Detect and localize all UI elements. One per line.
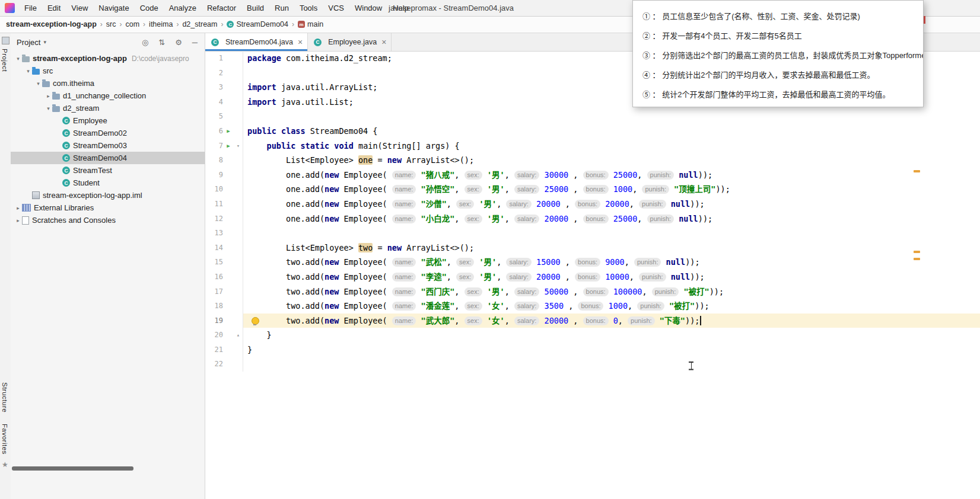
line-number: 22	[205, 357, 223, 372]
chevron-down-icon[interactable]: ▾	[14, 56, 22, 62]
code-line-22: 22	[205, 357, 980, 372]
class-icon: C	[314, 39, 322, 46]
code-text[interactable]	[243, 357, 980, 372]
chevron-right-icon[interactable]: ▸	[44, 93, 52, 99]
code-text[interactable]: }	[243, 343, 980, 357]
menu-refactor[interactable]: Refactor	[202, 0, 241, 16]
menu-code[interactable]: Code	[135, 0, 164, 16]
breadcrumb-separator: ›	[292, 20, 294, 28]
breadcrumb-item-d2-stream[interactable]: d2_stream	[182, 20, 217, 28]
breadcrumb-item-com[interactable]: com	[125, 20, 139, 28]
tool-window-icon[interactable]	[2, 37, 9, 44]
settings-gear-icon[interactable]: ⚙	[175, 38, 182, 47]
project-panel-title[interactable]: Project	[17, 38, 40, 47]
breadcrumb-item-stream-exception-log-app[interactable]: stream-exception-log-app	[6, 20, 97, 28]
fold-marker-icon[interactable]: ▴	[234, 328, 243, 343]
favorites-star-icon[interactable]: ★	[2, 460, 8, 469]
tab-streamdemo04-java[interactable]: CStreamDemo04.java×	[205, 33, 308, 51]
menu-vcs[interactable]: VCS	[323, 0, 349, 16]
menu-window[interactable]: Window	[349, 0, 387, 16]
breadcrumb-item-itheima[interactable]: itheima	[149, 20, 173, 28]
tree-item-employee[interactable]: CEmployee	[11, 114, 205, 127]
gutter-run-space	[223, 66, 234, 81]
code-text[interactable]: two.add(new Employee( name: "潘金莲", sex: …	[243, 299, 980, 314]
tree-item-d2-stream[interactable]: ▾d2_stream	[11, 102, 205, 114]
tree-item-stream-exception-log-app-iml[interactable]: stream-exception-log-app.iml	[11, 189, 205, 201]
gutter-fold-space	[234, 197, 243, 212]
class-icon: C	[62, 167, 70, 174]
tree-label: StreamDemo02	[73, 129, 127, 137]
toolbtn-favorites[interactable]: Favorites	[1, 424, 8, 455]
tree-item-student[interactable]: CStudent	[11, 177, 205, 189]
line-number: 1	[205, 51, 223, 66]
tree-item-external-libraries[interactable]: ▸External Libraries	[11, 201, 205, 214]
chevron-right-icon[interactable]: ▸	[14, 205, 22, 211]
code-text[interactable]: two.add(new Employee( name: "武松", sex: '…	[243, 255, 980, 270]
gutter-run-space	[223, 299, 234, 314]
code-text[interactable]: one.add(new Employee( name: "沙僧", sex: '…	[243, 197, 980, 212]
hide-panel-icon[interactable]: ─	[192, 38, 198, 47]
tree-item-streamtest[interactable]: CStreamTest	[11, 164, 205, 177]
chevron-down-icon[interactable]: ▾	[24, 68, 32, 74]
chevron-down-icon[interactable]: ▾	[44, 105, 52, 111]
project-hscrollbar-thumb[interactable]	[12, 466, 133, 471]
code-text[interactable]: one.add(new Employee( name: "小白龙", sex: …	[243, 212, 980, 226]
code-text[interactable]: two.add(new Employee( name: "李逵", sex: '…	[243, 270, 980, 284]
close-tab-icon[interactable]: ×	[298, 37, 303, 47]
gutter-run-space	[223, 153, 234, 168]
code-text[interactable]: public static void main(String[] args) {	[243, 139, 980, 153]
breadcrumb-item-src[interactable]: src	[106, 20, 116, 28]
breadcrumb-item-streamdemo04[interactable]: CStreamDemo04	[227, 20, 288, 28]
menu-build[interactable]: Build	[241, 0, 269, 16]
gutter-fold-space	[234, 343, 243, 357]
code-text[interactable]: one.add(new Employee( name: "孙悟空", sex: …	[243, 182, 980, 197]
collapse-all-icon[interactable]: ⇅	[158, 38, 165, 47]
run-line-icon[interactable]: ▶	[223, 124, 234, 139]
menu-file[interactable]: File	[19, 0, 42, 16]
tree-item-scratches-and-consoles[interactable]: ▸Scratches and Consoles	[11, 214, 205, 226]
menu-tools[interactable]: Tools	[294, 0, 323, 16]
tree-item-com-itheima[interactable]: ▾com.itheima	[11, 77, 205, 89]
code-text[interactable]	[243, 226, 980, 241]
run-line-icon[interactable]: ▶	[223, 139, 234, 153]
intention-bulb-icon[interactable]	[252, 317, 259, 325]
tree-label: d2_stream	[63, 104, 99, 113]
menu-edit[interactable]: Edit	[42, 0, 66, 16]
tree-item-d1-unchange-collection[interactable]: ▸d1_unchange_collection	[11, 89, 205, 102]
breadcrumb-item-main[interactable]: mmain	[298, 20, 323, 28]
menu-analyze[interactable]: Analyze	[164, 0, 202, 16]
code-text[interactable]: }	[243, 328, 980, 343]
chevron-down-icon[interactable]: ▾	[43, 39, 46, 45]
toolbtn-structure[interactable]: Structure	[1, 382, 8, 412]
left-toolstrip: Project Structure Favorites ★	[0, 33, 11, 499]
gutter-run-space	[223, 95, 234, 110]
code-text[interactable]: one.add(new Employee( name: "猪八戒", sex: …	[243, 168, 980, 183]
tree-item-stream-exception-log-app[interactable]: ▾stream-exception-log-appD:\code\javasep…	[11, 52, 205, 65]
gutter-fold-space	[234, 109, 243, 124]
toolbtn-project[interactable]: Project	[1, 49, 8, 72]
tree-item-src[interactable]: ▾src	[11, 65, 205, 77]
menu-view[interactable]: View	[66, 0, 93, 16]
code-text[interactable]: List<Employee> two = new ArrayList<>();	[243, 241, 980, 255]
locate-icon[interactable]: ◎	[142, 38, 148, 47]
menu-run[interactable]: Run	[269, 0, 294, 16]
code-text[interactable]	[243, 109, 980, 124]
menu-navigate[interactable]: Navigate	[93, 0, 134, 16]
app-logo-icon	[5, 3, 15, 13]
code-line-14: 14 List<Employee> two = new ArrayList<>(…	[205, 241, 980, 255]
code-text[interactable]: two.add(new Employee( name: "西门庆", sex: …	[243, 284, 980, 299]
fold-marker-icon[interactable]: ▾	[234, 139, 243, 153]
code-text[interactable]: List<Employee> one = new ArrayList<>();	[243, 153, 980, 168]
close-tab-icon[interactable]: ×	[381, 37, 386, 47]
chevron-right-icon[interactable]: ▸	[14, 217, 22, 223]
gutter-run-space	[223, 109, 234, 124]
tree-item-streamdemo03[interactable]: CStreamDemo03	[11, 139, 205, 152]
tree-item-streamdemo04[interactable]: CStreamDemo04	[11, 152, 205, 164]
class-icon: C	[211, 39, 219, 46]
tab-employee-java[interactable]: CEmployee.java×	[308, 33, 392, 51]
code-text[interactable]: two.add(new Employee( name: "武大郎", sex: …	[243, 314, 980, 328]
chevron-down-icon[interactable]: ▾	[34, 81, 42, 87]
tree-item-streamdemo02[interactable]: CStreamDemo02	[11, 127, 205, 139]
gutter-fold-space	[234, 124, 243, 139]
code-text[interactable]: public class StreamDemo04 {	[243, 124, 980, 139]
